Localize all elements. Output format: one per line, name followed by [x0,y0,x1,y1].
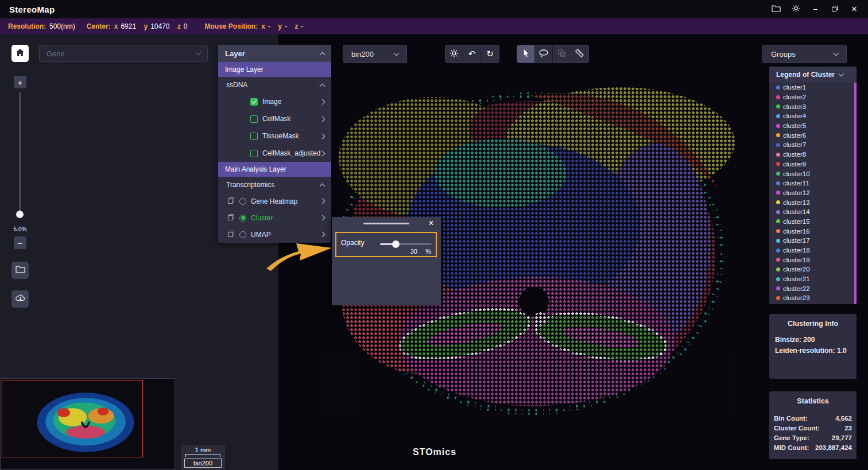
lasso-tool-button[interactable] [535,45,553,63]
cluster-color-dot [776,104,780,108]
cluster-color-dot [776,210,780,214]
layer-radio[interactable] [239,198,246,205]
chevron-right-icon[interactable] [320,133,326,139]
redo-button[interactable]: ↻ [481,45,499,63]
open-project-button[interactable] [768,2,784,16]
layer-checkbox[interactable] [250,133,258,140]
groups-dropdown[interactable]: Groups [762,45,847,63]
zoom-out-button[interactable]: − [14,236,26,249]
clustering-info-panel: Clustering Info Binsize: 200 Leiden-reso… [769,314,857,379]
opacity-slider-handle[interactable] [392,240,400,248]
opacity-control: Opacity 30 % [335,232,437,257]
resolution-label: Resolution: [8,22,46,30]
cloud-download-icon [15,294,26,304]
popup-close-button[interactable]: × [426,218,436,228]
transcriptomics-group-header[interactable]: Transcriptomics [218,177,331,193]
layer-item-label: Image [262,98,281,106]
layer-checkbox[interactable] [250,98,258,106]
ssdna-group-header[interactable]: ssDNA [218,77,331,93]
undo-button[interactable]: ↶ [463,45,481,63]
minimap[interactable] [0,378,175,470]
legend-cluster-item[interactable]: cluster13 [769,197,854,207]
layer-panel-header[interactable]: Layer [218,45,331,62]
chevron-right-icon[interactable] [320,116,326,122]
opacity-label: Opacity [341,239,365,247]
legend-cluster-item[interactable]: cluster19 [769,255,854,265]
tool-settings-button[interactable] [445,45,463,63]
cluster-label: cluster9 [783,161,806,168]
bin-size-select[interactable]: bin200 [343,45,407,63]
legend-cluster-item[interactable]: cluster11 [769,178,854,188]
restore-icon [831,5,838,14]
legend-cluster-item[interactable]: cluster18 [769,246,854,255]
legend-cluster-item[interactable]: cluster4 [769,111,854,121]
legend-cluster-item[interactable]: cluster1 [769,83,854,92]
legend-cluster-item[interactable]: cluster22 [769,283,854,293]
legend-cluster-item[interactable]: cluster7 [769,140,854,150]
legend-cluster-item[interactable]: cluster17 [769,236,854,246]
ruler-tool-button[interactable] [571,45,588,63]
minimize-button[interactable]: − [807,2,823,16]
chevron-right-icon[interactable] [320,199,326,204]
app-title: StereoMap [9,5,55,14]
open-file-button[interactable] [11,262,29,279]
legend-cluster-item[interactable]: cluster3 [769,102,854,111]
legend-cluster-item[interactable]: cluster12 [769,188,854,198]
popup-drag-handle[interactable] [363,223,409,224]
legend-cluster-item[interactable]: cluster10 [769,169,854,178]
layer-radio[interactable] [239,231,246,238]
legend-panel: Legend of Cluster cluster1 cluster2 clus… [769,67,857,304]
legend-cluster-item[interactable]: cluster6 [769,130,854,140]
minimap-viewport[interactable] [2,380,143,457]
legend-cluster-item[interactable]: cluster8 [769,150,854,160]
layer-checkbox[interactable] [250,115,258,123]
cursor-tool-button[interactable] [517,45,535,63]
chevron-right-icon[interactable] [320,99,326,104]
legend-cluster-item[interactable]: cluster15 [769,217,854,227]
zoom-in-button[interactable]: + [14,76,26,88]
layer-panel: Layer Image Layer ssDNA Image CellMask T… [218,45,331,243]
home-button[interactable] [11,45,29,62]
legend-cluster-item[interactable]: cluster9 [769,160,854,169]
layer-radio[interactable] [239,215,246,222]
legend-cluster-item[interactable]: cluster5 [769,121,854,131]
legend-cluster-item[interactable]: cluster16 [769,226,854,236]
export-cloud-button[interactable] [11,290,29,308]
legend-cluster-item[interactable]: cluster21 [769,274,854,284]
mouse-position-label: Mouse Position: [205,22,258,30]
group-select-tool-button[interactable] [553,45,571,63]
legend-header[interactable]: Legend of Cluster [769,67,857,83]
legend-cluster-item[interactable]: cluster20 [769,265,854,274]
cluster-color-dot [776,124,780,128]
cluster-color-dot [776,143,780,147]
cluster-label: cluster18 [783,247,810,254]
gene-search-select[interactable]: Gene [39,45,208,62]
opacity-slider[interactable] [380,243,432,245]
legend-cluster-item[interactable]: cluster2 [769,92,854,102]
layer-checkbox[interactable] [250,150,258,157]
layers-icon [227,197,235,206]
cluster-label: cluster17 [783,237,810,244]
restore-button[interactable] [827,2,843,16]
layer-item-label: CellMask [262,115,290,123]
analysis-layer-item[interactable]: Gene Heatmap [218,193,331,209]
chevron-right-icon[interactable] [320,232,326,238]
image-layer-item[interactable]: Image [218,93,331,110]
image-layer-item[interactable]: CellMask_adjusted [218,145,331,162]
statistic-label: Bin Count: [774,415,808,422]
legend-scrollbar[interactable] [854,83,857,304]
zoom-slider-handle[interactable] [16,211,24,218]
image-layer-item[interactable]: CellMask [218,110,331,127]
image-layer-item[interactable]: TissueMask [218,127,331,145]
analysis-layer-item[interactable]: Cluster [218,209,331,226]
zoom-value: 5.0% [8,226,32,232]
coordinate-axis: z [177,22,181,30]
legend-cluster-item[interactable]: cluster23 [769,293,854,303]
chevron-right-icon[interactable] [320,215,326,221]
settings-button[interactable] [788,2,804,16]
legend-cluster-item[interactable]: cluster14 [769,207,854,217]
zoom-slider[interactable] [19,92,21,214]
close-button[interactable]: × [846,2,862,16]
bin-size-value: bin200 [351,50,374,59]
cluster-label: cluster21 [783,275,810,282]
